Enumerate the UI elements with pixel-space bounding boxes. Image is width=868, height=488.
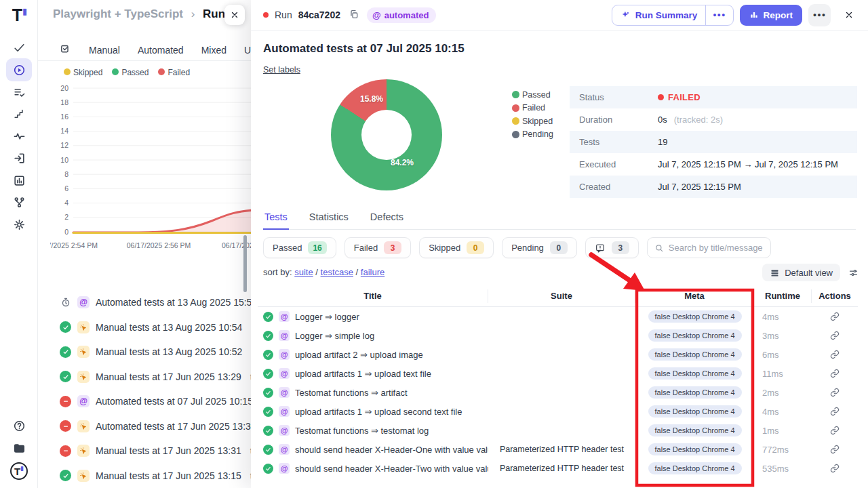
run-list-item[interactable]: Manual tests at 13 Aug 2025 10:54 2 — [38, 315, 251, 340]
info-row-created: Created Jul 7, 2025 12:15 PM — [570, 176, 857, 198]
test-row[interactable]: @ Logger ⇒ logger false Desktop Chrome 4… — [258, 307, 858, 326]
search-input[interactable] — [669, 243, 764, 253]
failed-minus-icon — [60, 396, 71, 407]
steps-icon — [13, 108, 26, 121]
sort-link-suite[interactable]: suite — [294, 267, 313, 277]
filter-chip-comments[interactable]: 3 — [585, 237, 639, 258]
tab-tests[interactable]: Tests — [263, 209, 289, 230]
run-summary-button[interactable]: Run Summary ●●● — [612, 5, 734, 26]
test-row[interactable]: @ Testomat functions ⇒ artifact false De… — [258, 383, 858, 402]
background-scrollbar-thumb[interactable] — [243, 235, 247, 292]
test-meta-cell: false Desktop Chrome 4 — [635, 329, 754, 342]
link-icon[interactable] — [830, 369, 840, 378]
tab-statistics[interactable]: Statistics — [308, 209, 350, 229]
run-list-item[interactable]: Manual tests at 17 Jun 2025 13:15 from — [38, 464, 251, 488]
run-list-item[interactable]: Manual tests at 17 Jun 2025 13:31 from — [38, 439, 251, 464]
test-row[interactable]: @ Logger ⇒ simple log false Desktop Chro… — [258, 326, 858, 345]
link-icon[interactable] — [830, 464, 840, 473]
test-row[interactable]: @ upload artifacts 1 ⇒ upload text file … — [258, 364, 858, 383]
runs-tab-manual[interactable]: Manual — [89, 45, 120, 56]
test-meta-cell: false Desktop Chrome 4 — [635, 443, 754, 455]
legend-item-failed: Failed — [158, 68, 190, 77]
runs-tab-automated[interactable]: Automated — [138, 45, 184, 56]
automated-run-icon: @ — [279, 349, 290, 360]
sort-link-failure[interactable]: failure — [361, 267, 384, 277]
run-list-item[interactable]: @ Automated tests at 07 Jul 2025 10:15 — [38, 389, 251, 414]
link-icon[interactable] — [830, 331, 840, 340]
runs-tab-unfini[interactable]: Unfini — [244, 45, 251, 56]
filter-chip-failed[interactable]: Failed 3 — [344, 237, 411, 258]
meta-tag: false Desktop Chrome 4 — [648, 348, 742, 361]
run-list-item[interactable]: Manual tests at 17 Jun 2025 13:29 fron — [38, 365, 251, 390]
automated-label-badge[interactable]: @ automated — [367, 7, 436, 23]
info-label: Executed — [570, 159, 658, 169]
set-labels-link[interactable]: Set labels — [263, 65, 300, 75]
report-button[interactable]: Report — [740, 5, 803, 26]
legend-dot — [512, 104, 519, 112]
meta-tag: false Desktop Chrome 4 — [648, 405, 742, 418]
runs-tab-mixed[interactable]: Mixed — [201, 45, 226, 56]
copy-run-id-button[interactable] — [349, 9, 361, 21]
sidebar-item-branches[interactable] — [6, 190, 32, 214]
select-runs-icon[interactable] — [60, 43, 71, 57]
link-icon[interactable] — [830, 407, 840, 416]
sidebar-item-projects[interactable] — [6, 436, 32, 460]
runs-page-close-button[interactable] — [224, 5, 245, 25]
test-row[interactable]: @ should send header X-Header-One with v… — [258, 440, 858, 459]
test-title: should send header X-Header-One with val… — [295, 445, 488, 455]
test-row[interactable]: @ upload artifact 2 ⇒ upload image false… — [258, 345, 858, 364]
failed-percentage-label: 15.8% — [360, 94, 383, 104]
info-label: Tests — [570, 137, 658, 147]
search-icon — [654, 243, 664, 253]
filter-chip-pending[interactable]: Pending 0 — [502, 237, 577, 258]
sidebar-item-reports[interactable] — [6, 169, 32, 192]
sidebar-item-runs[interactable] — [6, 58, 32, 81]
filter-chip-passed[interactable]: Passed 16 — [263, 237, 336, 258]
sidebar-item-test-plans[interactable] — [6, 81, 32, 104]
filter-chip-skipped[interactable]: Skipped 0 — [419, 237, 494, 258]
sidebar-item-analytics[interactable] — [6, 125, 32, 148]
more-actions-button[interactable]: ●●● — [808, 4, 831, 26]
run-list-item[interactable]: Manual tests at 13 Aug 2025 10:52 fro — [38, 340, 251, 365]
gear-icon — [13, 218, 26, 231]
sidebar-item-tests[interactable] — [6, 36, 32, 59]
app-logo[interactable]: T▮ — [9, 5, 30, 26]
test-title-cell: @ upload artifacts 1 ⇒ upload text file — [258, 368, 488, 379]
sidebar-item-settings[interactable] — [6, 213, 32, 236]
sidebar-item-import[interactable] — [6, 146, 32, 169]
link-icon[interactable] — [830, 388, 840, 397]
run-list-item[interactable]: @ Automated tests at 13 Aug 2025 15:53 — [38, 290, 251, 315]
test-actions-cell — [812, 331, 858, 340]
test-title: should send header X-Header-Two with val… — [295, 464, 488, 474]
column-settings-icon[interactable] — [848, 268, 859, 278]
sidebar-item-account[interactable]: T▮ — [6, 460, 32, 483]
test-row[interactable]: @ upload artifacts 1 ⇒ upload second tex… — [258, 402, 858, 421]
breadcrumb-project[interactable]: Playwright + TypeScript — [53, 7, 183, 20]
sort-link-testcase[interactable]: testcase — [321, 267, 353, 277]
meta-tag: false Desktop Chrome 4 — [648, 424, 742, 436]
svg-text:16: 16 — [60, 113, 68, 121]
link-icon[interactable] — [830, 426, 840, 435]
test-row[interactable]: @ should send header X-Header-Two with v… — [258, 459, 858, 478]
donut-legend-item-passed: Passed — [512, 88, 553, 102]
tab-defects[interactable]: Defects — [369, 209, 405, 229]
run-summary-more-button[interactable]: ●●● — [705, 5, 732, 25]
panel-close-button[interactable] — [840, 5, 859, 24]
test-runtime-cell: 3ms — [754, 331, 812, 341]
run-list-item[interactable]: Automated tests at 17 Jun 2025 13:30 — [38, 414, 251, 439]
close-icon — [230, 10, 239, 20]
svg-text:/17/2025 2:54 PM: /17/2025 2:54 PM — [50, 241, 98, 249]
automated-run-icon: @ — [279, 368, 290, 379]
default-view-button[interactable]: Default view — [762, 264, 840, 281]
link-icon[interactable] — [830, 445, 840, 454]
sidebar-item-milestones[interactable] — [6, 103, 32, 126]
test-row[interactable]: @ Testomat functions ⇒ testomat log fals… — [258, 421, 858, 440]
folder-icon — [13, 442, 26, 455]
test-meta-cell: false Desktop Chrome 4 — [635, 462, 754, 474]
link-icon[interactable] — [830, 312, 840, 321]
sidebar-item-help[interactable] — [6, 414, 32, 437]
svg-text:18: 18 — [60, 98, 68, 106]
logo-accent: ▮ — [22, 6, 27, 16]
link-icon[interactable] — [830, 350, 840, 359]
run-list-item-title: Manual tests at 13 Aug 2025 10:52 — [96, 346, 242, 357]
